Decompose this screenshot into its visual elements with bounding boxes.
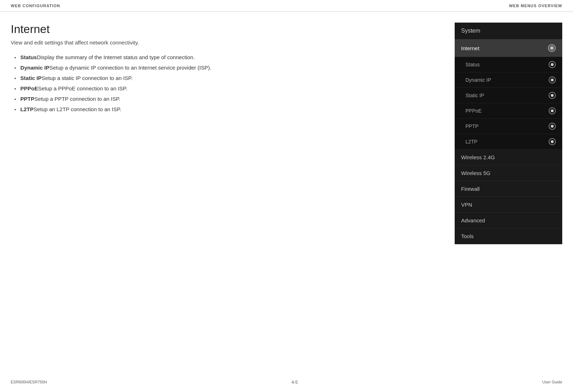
static-ip-circle-icon [549, 92, 556, 99]
sidebar-l2tp-label: L2TP [465, 139, 477, 145]
feature-list: Status Display the summary of the Intern… [11, 54, 440, 112]
bullet-term: PPPoE [20, 85, 38, 91]
l2tp-circle-icon [549, 138, 556, 145]
internet-icon-inner [550, 46, 554, 50]
bullet-term: L2TP [20, 106, 34, 112]
header-right: Web Menus Overview [509, 4, 562, 8]
sidebar-sub-pppoe[interactable]: PPPoE [455, 103, 562, 119]
content-area: Internet View and edit settings that aff… [11, 23, 455, 244]
sidebar-section-system[interactable]: System [455, 23, 562, 39]
bullet-item: PPTP Setup a PPTP connection to an ISP. [14, 96, 440, 102]
sidebar-item-advanced[interactable]: Advanced [455, 213, 562, 228]
sidebar-firewall-label: Firewall [461, 186, 480, 192]
header-left: Web Configuration [11, 4, 60, 8]
bullet-term: Status [20, 54, 37, 60]
sidebar-wireless5-label: Wireless 5G [461, 170, 491, 176]
internet-active-icon [548, 44, 556, 52]
footer-left: ESR600H/ESR750H [11, 380, 47, 385]
dynamic-ip-circle-icon [549, 76, 556, 84]
sidebar-vpn-label: VPN [461, 202, 472, 208]
sidebar-dynamic-ip-label: Dynamic IP [465, 77, 491, 83]
circle-dot [551, 109, 554, 112]
sidebar-sub-pptp[interactable]: PPTP [455, 119, 562, 134]
pptp-circle-icon [549, 123, 556, 130]
sidebar: System Internet Status Dynamic IP Static… [455, 23, 562, 244]
sidebar-sub-l2tp[interactable]: L2TP [455, 134, 562, 150]
sidebar-wireless24-label: Wireless 2.4G [461, 154, 495, 160]
page-title: Internet [11, 23, 440, 36]
circle-dot [551, 140, 554, 143]
bullet-item: Static IP Setup a static IP connection t… [14, 75, 440, 81]
bullet-description: Display the summary of the Internet stat… [37, 54, 195, 60]
status-circle-icon [549, 61, 556, 68]
sidebar-system-label: System [461, 28, 480, 34]
circle-dot [551, 125, 554, 128]
page-footer: ESR600H/ESR750H 4-5 User Guide [0, 380, 573, 385]
bullet-term: Static IP [20, 75, 42, 81]
bullet-description: Setup a static IP connection to an ISP. [42, 75, 133, 81]
sidebar-item-firewall[interactable]: Firewall [455, 181, 562, 197]
sidebar-sub-status[interactable]: Status [455, 57, 562, 72]
circle-dot [551, 63, 554, 66]
page-subtitle: View and edit settings that affect netwo… [11, 39, 440, 46]
bullet-item: Status Display the summary of the Intern… [14, 54, 440, 60]
bullet-item: L2TP Setup an L2TP connection to an ISP. [14, 106, 440, 112]
circle-dot [551, 94, 554, 97]
sidebar-internet-label: Internet [461, 45, 479, 51]
page-header: Web Configuration Web Menus Overview [0, 0, 573, 12]
bullet-description: Setup a PPPoE connection to an ISP. [38, 85, 127, 91]
main-content: Internet View and edit settings that aff… [0, 12, 573, 244]
sidebar-pptp-label: PPTP [465, 123, 479, 129]
bullet-term: Dynamic IP [20, 65, 49, 71]
bullet-description: Setup a PPTP connection to an ISP. [34, 96, 120, 102]
pppoe-circle-icon [549, 107, 556, 114]
sidebar-item-wireless5[interactable]: Wireless 5G [455, 165, 562, 181]
bullet-item: Dynamic IP Setup a dynamic IP connection… [14, 65, 440, 71]
sidebar-tools-label: Tools [461, 233, 474, 239]
sidebar-status-label: Status [465, 62, 480, 67]
sidebar-pppoe-label: PPPoE [465, 108, 482, 114]
sidebar-item-wireless24[interactable]: Wireless 2.4G [455, 150, 562, 165]
sidebar-item-internet[interactable]: Internet [455, 39, 562, 57]
sidebar-item-tools[interactable]: Tools [455, 228, 562, 244]
sidebar-advanced-label: Advanced [461, 217, 485, 223]
sidebar-sub-static-ip[interactable]: Static IP [455, 88, 562, 103]
footer-center: 4-5 [292, 380, 298, 385]
bullet-item: PPPoE Setup a PPPoE connection to an ISP… [14, 85, 440, 91]
bullet-description: Setup a dynamic IP connection to an Inte… [49, 65, 212, 71]
circle-dot [551, 79, 554, 81]
bullet-term: PPTP [20, 96, 34, 102]
bullet-description: Setup an L2TP connection to an ISP. [34, 106, 122, 112]
footer-right: User Guide [542, 380, 562, 385]
sidebar-item-vpn[interactable]: VPN [455, 197, 562, 213]
sidebar-static-ip-label: Static IP [465, 93, 484, 98]
sidebar-sub-dynamic-ip[interactable]: Dynamic IP [455, 72, 562, 88]
